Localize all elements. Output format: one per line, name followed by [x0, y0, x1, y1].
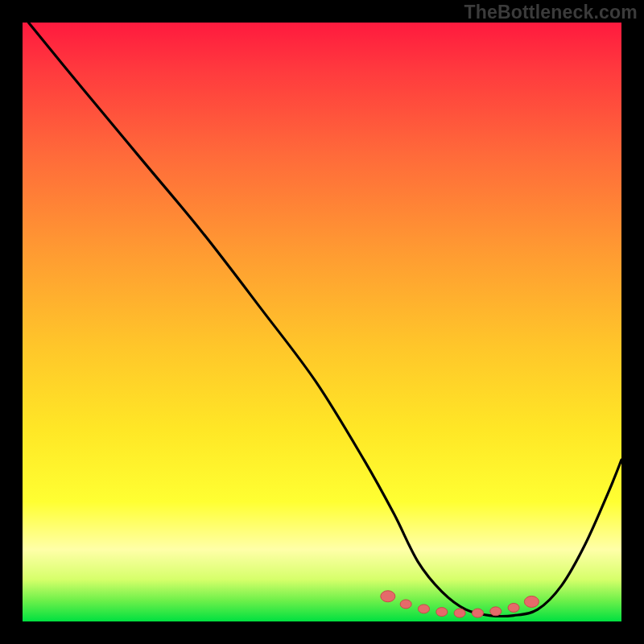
watermark-text: TheBottleneck.com	[464, 2, 638, 23]
chart-stage: TheBottleneck.com	[0, 0, 644, 644]
chart-frame	[0, 0, 644, 644]
